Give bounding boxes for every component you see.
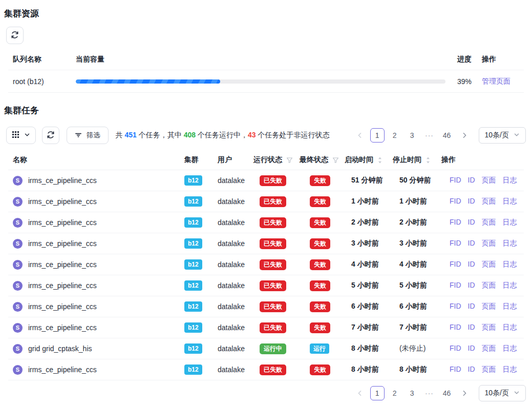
- summary-part: 共: [116, 131, 125, 139]
- op-link-日志[interactable]: 日志: [503, 302, 517, 311]
- op-link-页面[interactable]: 页面: [482, 239, 496, 248]
- tasks-table: 名称集群用户运行状态最终状态启动时间停止时间操作 Sirms_ce_pipeli…: [8, 150, 524, 380]
- op-link-日志[interactable]: 日志: [503, 176, 517, 185]
- tasks-refresh-button[interactable]: [42, 127, 59, 144]
- op-link-页面[interactable]: 页面: [482, 323, 496, 332]
- op-link-日志[interactable]: 日志: [503, 218, 517, 227]
- op-link-页面[interactable]: 页面: [482, 218, 496, 227]
- op-link-页面[interactable]: 页面: [482, 260, 496, 269]
- user-cell: datalake: [218, 260, 253, 269]
- filter-button[interactable]: 筛选: [67, 127, 109, 144]
- tasks-table-body: Sirms_ce_pipeline_ccsb12datalake已失败失败51 …: [8, 170, 524, 380]
- prev-page-button[interactable]: [353, 128, 367, 143]
- page-size-label: 10条/页: [485, 389, 509, 398]
- layout-dropdown-button[interactable]: [6, 127, 36, 144]
- op-link-页面[interactable]: 页面: [482, 344, 496, 353]
- op-link-fid[interactable]: FID: [450, 197, 461, 206]
- cluster-tag: b12: [184, 280, 202, 291]
- prev-page-button[interactable]: [353, 386, 367, 400]
- filter-funnel-icon[interactable]: [332, 157, 339, 164]
- op-link-日志[interactable]: 日志: [503, 365, 517, 374]
- op-link-id[interactable]: ID: [468, 281, 475, 290]
- task-name-cell: Sirms_ce_pipeline_ccs: [8, 302, 184, 312]
- table-row: Sgrid grid_cptask_hisb12datalake运行中运行8 小…: [8, 338, 524, 359]
- cluster-tag: b12: [184, 238, 202, 249]
- start-time-cell: 6 小时前: [345, 302, 393, 311]
- final-status-badge: 失败: [310, 196, 330, 207]
- avatar: S: [13, 302, 23, 312]
- run-status-badge: 已失败: [260, 259, 286, 270]
- column-header-run: 运行状态: [253, 155, 300, 165]
- next-page-button[interactable]: [457, 386, 472, 400]
- user-cell: datalake: [218, 218, 253, 227]
- op-link-fid[interactable]: FID: [450, 176, 461, 185]
- op-link-日志[interactable]: 日志: [503, 323, 517, 332]
- op-link-fid[interactable]: FID: [450, 302, 461, 311]
- column-header-progress: 进度: [457, 55, 482, 64]
- page-button-1[interactable]: 1: [370, 386, 385, 400]
- op-link-fid[interactable]: FID: [450, 239, 461, 248]
- op-link-id[interactable]: ID: [468, 260, 475, 269]
- op-link-id[interactable]: ID: [468, 197, 475, 206]
- resources-table-header: 队列名称 当前容量 进度 操作: [8, 49, 524, 70]
- op-link-页面[interactable]: 页面: [482, 281, 496, 290]
- next-page-button[interactable]: [457, 128, 472, 143]
- op-link-id[interactable]: ID: [468, 302, 475, 311]
- stop-time-cell: 1 小时前: [393, 197, 440, 206]
- run-status-badge: 已失败: [260, 196, 286, 207]
- op-link-id[interactable]: ID: [468, 344, 475, 353]
- run-status-cell: 已失败: [253, 280, 300, 291]
- page-size-select[interactable]: 10条/页: [479, 127, 526, 144]
- start-time-cell: 4 小时前: [345, 260, 393, 269]
- resources-refresh-button[interactable]: [6, 27, 24, 44]
- op-link-日志[interactable]: 日志: [503, 260, 517, 269]
- op-link-fid[interactable]: FID: [450, 281, 461, 290]
- op-link-日志[interactable]: 日志: [503, 281, 517, 290]
- user-cell: datalake: [218, 345, 253, 353]
- op-link-id[interactable]: ID: [468, 239, 475, 248]
- op-link-fid[interactable]: FID: [450, 344, 461, 353]
- op-link-页面[interactable]: 页面: [482, 176, 496, 185]
- page-button-46[interactable]: 46: [440, 128, 454, 143]
- run-status-badge: 已失败: [260, 175, 286, 186]
- op-link-页面[interactable]: 页面: [482, 197, 496, 206]
- op-link-页面[interactable]: 页面: [482, 302, 496, 311]
- op-link-fid[interactable]: FID: [450, 323, 461, 332]
- sorter-icon[interactable]: [425, 156, 431, 164]
- column-header-user: 用户: [218, 155, 253, 165]
- task-name-cell: Sirms_ce_pipeline_ccs: [8, 365, 184, 375]
- sorter-icon[interactable]: [377, 156, 382, 164]
- page-button-3[interactable]: 3: [405, 386, 419, 400]
- column-header-label: 最终状态: [300, 155, 328, 165]
- page-button-1[interactable]: 1: [370, 128, 385, 143]
- page-button-2[interactable]: 2: [388, 128, 402, 143]
- page-button-2[interactable]: 2: [388, 386, 402, 400]
- cluster-tag: b12: [184, 217, 202, 228]
- op-link-id[interactable]: ID: [468, 365, 475, 374]
- op-link-id[interactable]: ID: [468, 218, 475, 227]
- op-link-日志[interactable]: 日志: [503, 197, 517, 206]
- op-link-fid[interactable]: FID: [450, 260, 461, 269]
- page-button-46[interactable]: 46: [440, 386, 454, 400]
- final-status-badge: 失败: [310, 217, 330, 228]
- task-name: irms_ce_pipeline_ccs: [28, 239, 97, 248]
- op-link-fid[interactable]: FID: [450, 365, 461, 374]
- op-link-fid[interactable]: FID: [450, 218, 461, 227]
- filter-funnel-icon[interactable]: [286, 157, 293, 164]
- stop-time-cell: 50 分钟前: [393, 176, 440, 185]
- page-button-3[interactable]: 3: [405, 128, 419, 143]
- column-header-name: 名称: [8, 155, 184, 165]
- page-size-select[interactable]: 10条/页: [479, 385, 526, 401]
- cluster-tag: b12: [184, 322, 202, 333]
- op-link-页面[interactable]: 页面: [482, 365, 496, 374]
- task-name: irms_ce_pipeline_ccs: [28, 366, 97, 374]
- op-link-日志[interactable]: 日志: [503, 344, 517, 353]
- user-cell: datalake: [218, 281, 253, 290]
- run-status-badge: 已失败: [260, 322, 286, 333]
- operations-cell: FIDID页面日志: [440, 176, 524, 185]
- op-link-日志[interactable]: 日志: [503, 239, 517, 248]
- op-link-id[interactable]: ID: [468, 323, 475, 332]
- user-cell: datalake: [218, 323, 253, 332]
- manage-page-link[interactable]: 管理页面: [482, 77, 510, 85]
- op-link-id[interactable]: ID: [468, 176, 475, 185]
